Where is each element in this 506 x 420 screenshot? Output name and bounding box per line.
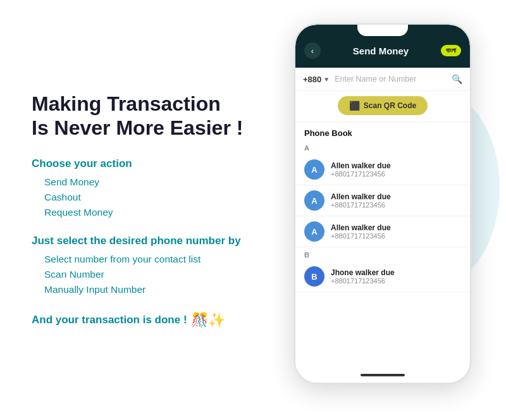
section1-title: Choose your action xyxy=(32,158,294,170)
phone-screen: ‹ Send Money বাংলা +880 ▼ Enter Name or … xyxy=(295,25,470,383)
phonebook-list: Phone Book A A Allen walker due +8801717… xyxy=(295,122,470,368)
avatar: A xyxy=(304,221,324,242)
contact-info: Jhone walker due +8801717123456 xyxy=(331,268,461,285)
contact-info: Allen walker due +8801717123456 xyxy=(331,161,461,178)
country-code[interactable]: +880 ▼ xyxy=(303,75,330,84)
list-item: Request Money xyxy=(44,207,294,218)
country-code-text: +880 xyxy=(303,75,321,84)
action-list: Send Money Cashout Request Money xyxy=(32,176,294,218)
main-heading: Making Transaction Is Never More Easier … xyxy=(32,92,294,140)
qr-section: ⬛ Scan QR Code xyxy=(295,91,470,122)
section-letter-b: B xyxy=(295,247,470,261)
section2-title: Just select the desired phone number by xyxy=(32,235,294,247)
list-item: Select number from your contact list xyxy=(44,254,294,265)
scan-qr-button[interactable]: ⬛ Scan QR Code xyxy=(338,96,428,115)
contact-name: Jhone walker due xyxy=(331,268,461,277)
select-list: Select number from your contact list Sca… xyxy=(32,254,294,295)
contact-name: Allen walker due xyxy=(331,161,461,170)
section-letter-a: A xyxy=(295,140,470,154)
screen-title: Send Money xyxy=(353,46,409,56)
closing-text: And your transaction is done ! 🎊✨ xyxy=(32,312,294,328)
contact-item[interactable]: A Allen walker due +8801717123456 xyxy=(295,185,470,216)
dropdown-arrow-icon: ▼ xyxy=(323,76,330,83)
search-icon[interactable]: 🔍 xyxy=(452,74,462,84)
contact-number: +8801717123456 xyxy=(331,201,461,209)
qr-button-label: Scan QR Code xyxy=(364,101,416,110)
phone-bottom-bar xyxy=(295,368,470,383)
closing-label: And your transaction is done ! xyxy=(32,314,187,326)
contact-number: +8801717123456 xyxy=(331,170,461,178)
home-indicator xyxy=(361,374,405,376)
search-section: +880 ▼ Enter Name or Number 🔍 xyxy=(295,68,470,91)
phone-wrapper: ‹ Send Money বাংলা +880 ▼ Enter Name or … xyxy=(294,23,481,397)
avatar: A xyxy=(304,190,324,211)
contact-name: Allen walker due xyxy=(331,223,461,232)
phone-notch xyxy=(357,25,408,36)
contact-info: Allen walker due +8801717123456 xyxy=(331,192,461,209)
contact-number: +8801717123456 xyxy=(331,277,461,285)
heading-line2: Is Never More Easier ! xyxy=(32,116,243,139)
phone-frame: ‹ Send Money বাংলা +880 ▼ Enter Name or … xyxy=(294,23,471,384)
phonebook-title: Phone Book xyxy=(295,128,470,140)
avatar: B xyxy=(304,266,324,287)
list-item: Manually Input Number xyxy=(44,284,294,295)
search-input-placeholder[interactable]: Enter Name or Number xyxy=(335,75,447,83)
list-item: Send Money xyxy=(44,176,294,188)
qr-icon: ⬛ xyxy=(349,101,360,111)
contact-info: Allen walker due +8801717123456 xyxy=(331,223,461,240)
back-icon: ‹ xyxy=(311,46,314,56)
list-item: Cashout xyxy=(44,192,294,203)
language-badge[interactable]: বাংলা xyxy=(441,45,461,56)
contact-item[interactable]: A Allen walker due +8801717123456 xyxy=(295,216,470,247)
contact-item[interactable]: B Jhone walker due +8801717123456 xyxy=(295,261,470,292)
contact-number: +8801717123456 xyxy=(331,232,461,240)
heading-line1: Making Transaction xyxy=(32,92,221,115)
contact-item[interactable]: A Allen walker due +8801717123456 xyxy=(295,154,470,185)
list-item: Scan Number xyxy=(44,269,294,280)
back-button[interactable]: ‹ xyxy=(304,42,321,59)
section-select: Just select the desired phone number by … xyxy=(32,235,294,295)
left-panel: Making Transaction Is Never More Easier … xyxy=(32,92,294,329)
confetti-icon: 🎊✨ xyxy=(191,312,225,328)
section-choose: Choose your action Send Money Cashout Re… xyxy=(32,158,294,218)
avatar: A xyxy=(304,159,324,180)
contact-name: Allen walker due xyxy=(331,192,461,201)
